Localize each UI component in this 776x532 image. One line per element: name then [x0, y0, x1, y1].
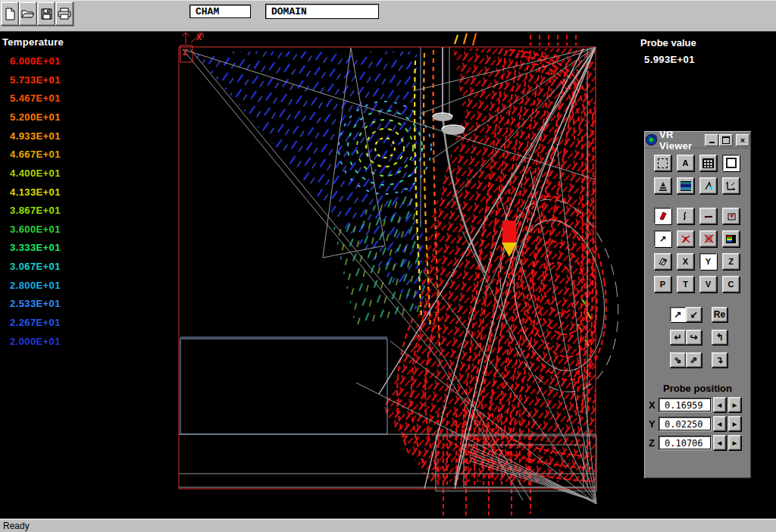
open-folder-icon [21, 8, 35, 19]
vr-rotate-left-button[interactable]: ↵ [670, 330, 686, 345]
probe-y-increment-button[interactable]: ▶ [728, 416, 741, 431]
vr-contour-legend-button[interactable] [722, 230, 740, 247]
z-label: Z [728, 257, 734, 266]
open-file-button[interactable] [19, 2, 37, 26]
vr-mesh-button[interactable] [699, 155, 717, 171]
maximize-icon [722, 136, 730, 144]
letter-a-icon: A [683, 158, 689, 167]
new-file-icon [5, 8, 16, 20]
probe-x-label: X [649, 399, 659, 411]
slice-arrow-icon [658, 256, 668, 267]
vr-wireframe-button[interactable] [654, 155, 671, 171]
legend-colors-icon [726, 235, 736, 243]
vr-z-direction-button[interactable]: Z [722, 253, 740, 270]
vr-rotate-right-button[interactable]: ↪ [686, 330, 702, 345]
vr-tilt-down-button[interactable]: ⇘ [670, 352, 686, 368]
probe-value: 5.993E+01 [644, 54, 695, 65]
legend-title: Temperature [2, 36, 64, 48]
vr-move-out-button[interactable]: ↗ [670, 307, 686, 322]
vr-outline-button[interactable] [722, 155, 740, 171]
legend-item: 4.667E+01 [10, 149, 61, 160]
probe-position-label: Probe position [644, 383, 751, 394]
x-axis-label: X [196, 33, 202, 42]
arrow-ne-icon: ↗ [674, 309, 681, 320]
vr-slice-direction-button[interactable] [654, 253, 671, 270]
c-label: C [728, 280, 734, 289]
spin-right-icon: ▶ [733, 402, 737, 408]
minimize-icon [709, 142, 715, 143]
inlet-objects [433, 113, 465, 135]
vr-tilt-up-button[interactable]: ⇗ [686, 352, 702, 368]
probe-z-input[interactable] [659, 436, 711, 449]
vr-move-in-button[interactable]: ↙ [686, 307, 702, 322]
vr-hide-vectors-button[interactable] [677, 230, 694, 247]
save-file-button[interactable] [37, 2, 55, 26]
red-slice-icon [658, 211, 668, 221]
vr-viewer-titlebar[interactable]: VR Viewer × [644, 131, 751, 149]
arrow-up-turn-icon: ↰ [715, 332, 723, 343]
probe-x-decrement-button[interactable]: ◀ [713, 397, 726, 412]
vr-temperature-button[interactable]: T [677, 276, 694, 293]
legend-item: 2.533E+01 [10, 298, 61, 309]
legend-item: 4.133E+01 [10, 186, 61, 198]
vr-velocity-button[interactable]: V [699, 276, 717, 293]
vr-reset-view-button[interactable]: Re [712, 307, 728, 322]
main-toolbar [0, 0, 776, 32]
v-label: V [706, 280, 711, 289]
legend-item: 6.000E+01 [10, 55, 61, 67]
vr-slice-contour-button[interactable] [654, 208, 671, 224]
spin-left-icon: ◀ [718, 402, 721, 408]
no-mesh-icon [703, 233, 714, 244]
reset-label: Re [714, 309, 725, 320]
arrow-return-icon: ↵ [674, 332, 681, 343]
probe-z-decrement-button[interactable]: ◀ [713, 435, 726, 450]
x-label: X [683, 257, 688, 266]
vr-move-down-button[interactable]: ↴ [712, 352, 728, 368]
vr-probe-button[interactable] [654, 177, 671, 194]
minimize-button[interactable] [705, 134, 718, 146]
vr-contour-scale-button[interactable] [677, 177, 694, 194]
probe-z-label: Z [649, 437, 659, 449]
new-file-button[interactable] [1, 2, 19, 26]
vr-axes-button[interactable] [722, 177, 740, 194]
vr-vectors-button[interactable]: ↗ [654, 230, 671, 247]
axes-icon [726, 180, 737, 191]
vr-iso-surface-button[interactable] [722, 208, 740, 224]
legend-item: 4.933E+01 [10, 130, 61, 142]
probe-y-decrement-button[interactable]: ◀ [713, 416, 726, 431]
probe-z-increment-button[interactable]: ▶ [728, 435, 741, 450]
legend-item: 3.600E+01 [10, 224, 61, 235]
probe-x-input[interactable] [659, 398, 711, 412]
vr-streamline-button[interactable] [677, 208, 694, 224]
vr-move-up-button[interactable]: ↰ [712, 330, 728, 345]
vr-annotate-button[interactable]: A [677, 155, 694, 171]
legend-item: 2.000E+01 [10, 336, 61, 347]
vr-y-direction-button[interactable]: Y [699, 253, 717, 270]
spin-right-icon: ▶ [733, 440, 737, 446]
y-label: Y [706, 257, 711, 266]
arrow-down-turn-icon: ↴ [715, 355, 723, 365]
vr-hide-mesh-button[interactable] [699, 230, 717, 247]
probe-x-increment-button[interactable]: ▶ [728, 397, 741, 412]
domain-selector-field[interactable] [265, 4, 379, 19]
arrow-zigzag-ne-icon: ⇗ [690, 355, 697, 365]
vr-iso-line-button[interactable] [699, 208, 717, 224]
vr-pressure-button[interactable]: P [654, 276, 671, 293]
arrow-ne-icon: ↗ [659, 234, 666, 244]
vr-angle-probe-button[interactable] [699, 177, 717, 194]
legend-item: 3.067E+01 [10, 261, 61, 272]
vr-viewer-window[interactable]: VR Viewer × A [643, 130, 752, 479]
legend-item: 5.467E+01 [10, 92, 61, 104]
close-button[interactable]: × [736, 134, 749, 146]
close-icon: × [740, 136, 745, 144]
vr-x-direction-button[interactable]: X [677, 253, 694, 270]
compass-icon [703, 180, 714, 191]
color-bars-icon [681, 181, 691, 191]
probe-value-label: Probe value [640, 37, 696, 49]
object-name-field[interactable] [189, 5, 251, 18]
probe-y-input[interactable] [659, 417, 711, 430]
print-button[interactable] [55, 2, 74, 26]
vr-concentration-button[interactable]: C [722, 276, 740, 293]
legend-item: 4.400E+01 [10, 167, 61, 179]
maximize-button[interactable] [719, 134, 733, 146]
